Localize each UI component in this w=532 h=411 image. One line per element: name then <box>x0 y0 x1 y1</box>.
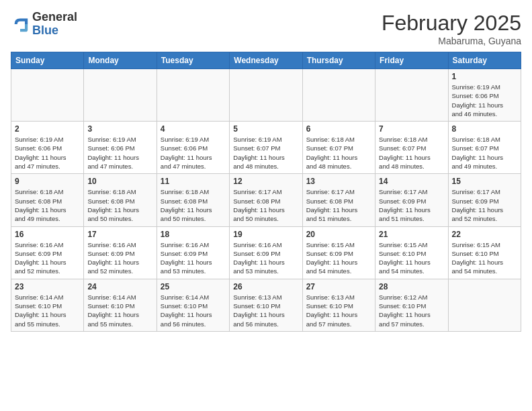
calendar-cell: 21Sunrise: 6:15 AM Sunset: 6:10 PM Dayli… <box>375 226 448 279</box>
day-number: 6 <box>306 124 371 134</box>
day-info: Sunrise: 6:18 AM Sunset: 6:08 PM Dayligh… <box>87 187 152 223</box>
day-number: 16 <box>15 230 80 239</box>
month-title: February 2025 <box>382 11 521 36</box>
header-day-sunday: Sunday <box>11 52 84 69</box>
day-info: Sunrise: 6:17 AM Sunset: 6:08 PM Dayligh… <box>233 187 298 223</box>
day-number: 14 <box>379 177 444 186</box>
day-info: Sunrise: 6:12 AM Sunset: 6:10 PM Dayligh… <box>379 293 444 328</box>
header-day-wednesday: Wednesday <box>230 52 302 69</box>
day-info: Sunrise: 6:19 AM Sunset: 6:07 PM Dayligh… <box>233 135 298 171</box>
day-number: 10 <box>87 177 152 186</box>
day-number: 4 <box>161 124 226 134</box>
calendar-cell <box>157 69 229 122</box>
day-number: 13 <box>306 177 371 186</box>
day-info: Sunrise: 6:19 AM Sunset: 6:06 PM Dayligh… <box>15 135 80 171</box>
day-info: Sunrise: 6:18 AM Sunset: 6:07 PM Dayligh… <box>306 135 371 171</box>
calendar-cell: 9Sunrise: 6:18 AM Sunset: 6:08 PM Daylig… <box>11 174 84 226</box>
day-number: 23 <box>15 282 80 291</box>
calendar-cell: 17Sunrise: 6:16 AM Sunset: 6:09 PM Dayli… <box>84 226 157 279</box>
day-info: Sunrise: 6:14 AM Sunset: 6:10 PM Dayligh… <box>87 293 152 328</box>
calendar-cell: 5Sunrise: 6:19 AM Sunset: 6:07 PM Daylig… <box>230 122 302 174</box>
day-number: 21 <box>379 230 444 239</box>
day-number: 24 <box>87 282 152 291</box>
day-number: 22 <box>452 230 517 239</box>
day-info: Sunrise: 6:13 AM Sunset: 6:10 PM Dayligh… <box>306 293 371 328</box>
day-info: Sunrise: 6:14 AM Sunset: 6:10 PM Dayligh… <box>161 293 226 328</box>
day-number: 1 <box>452 72 517 81</box>
calendar-cell <box>375 69 448 122</box>
day-info: Sunrise: 6:16 AM Sunset: 6:09 PM Dayligh… <box>161 240 226 276</box>
calendar-week-4: 16Sunrise: 6:16 AM Sunset: 6:09 PM Dayli… <box>11 226 521 279</box>
calendar-table: SundayMondayTuesdayWednesdayThursdayFrid… <box>11 52 521 332</box>
day-number: 28 <box>379 282 444 291</box>
calendar-cell: 14Sunrise: 6:17 AM Sunset: 6:09 PM Dayli… <box>375 174 448 226</box>
day-info: Sunrise: 6:19 AM Sunset: 6:06 PM Dayligh… <box>87 135 152 171</box>
calendar-cell: 16Sunrise: 6:16 AM Sunset: 6:09 PM Dayli… <box>11 226 84 279</box>
calendar-cell: 15Sunrise: 6:17 AM Sunset: 6:09 PM Dayli… <box>448 174 521 226</box>
day-info: Sunrise: 6:14 AM Sunset: 6:10 PM Dayligh… <box>15 293 80 328</box>
day-info: Sunrise: 6:18 AM Sunset: 6:08 PM Dayligh… <box>15 187 80 223</box>
calendar-cell: 10Sunrise: 6:18 AM Sunset: 6:08 PM Dayli… <box>84 174 157 226</box>
calendar-cell: 1Sunrise: 6:19 AM Sunset: 6:06 PM Daylig… <box>448 69 521 122</box>
day-number: 8 <box>452 124 517 134</box>
day-number: 19 <box>233 230 298 239</box>
calendar-cell <box>11 69 84 122</box>
calendar-cell <box>302 69 375 122</box>
calendar-cell: 3Sunrise: 6:19 AM Sunset: 6:06 PM Daylig… <box>84 122 157 174</box>
day-info: Sunrise: 6:16 AM Sunset: 6:09 PM Dayligh… <box>87 240 152 276</box>
day-number: 9 <box>15 177 80 186</box>
calendar-cell: 8Sunrise: 6:18 AM Sunset: 6:07 PM Daylig… <box>448 122 521 174</box>
logo: General Blue <box>11 11 77 38</box>
day-info: Sunrise: 6:15 AM Sunset: 6:10 PM Dayligh… <box>452 240 517 276</box>
day-number: 5 <box>233 124 298 134</box>
day-info: Sunrise: 6:18 AM Sunset: 6:07 PM Dayligh… <box>379 135 444 171</box>
day-number: 7 <box>379 124 444 134</box>
day-number: 15 <box>452 177 517 186</box>
day-info: Sunrise: 6:15 AM Sunset: 6:09 PM Dayligh… <box>306 240 371 276</box>
calendar-week-3: 9Sunrise: 6:18 AM Sunset: 6:08 PM Daylig… <box>11 174 521 226</box>
calendar-cell: 13Sunrise: 6:17 AM Sunset: 6:08 PM Dayli… <box>302 174 375 226</box>
day-number: 17 <box>87 230 152 239</box>
header-day-thursday: Thursday <box>302 52 375 69</box>
calendar-cell: 18Sunrise: 6:16 AM Sunset: 6:09 PM Dayli… <box>157 226 229 279</box>
calendar-cell: 2Sunrise: 6:19 AM Sunset: 6:06 PM Daylig… <box>11 122 84 174</box>
day-info: Sunrise: 6:18 AM Sunset: 6:07 PM Dayligh… <box>452 135 517 171</box>
logo-icon <box>11 15 30 34</box>
calendar-cell: 22Sunrise: 6:15 AM Sunset: 6:10 PM Dayli… <box>448 226 521 279</box>
day-info: Sunrise: 6:17 AM Sunset: 6:08 PM Dayligh… <box>306 187 371 223</box>
calendar-cell: 28Sunrise: 6:12 AM Sunset: 6:10 PM Dayli… <box>375 279 448 331</box>
day-number: 27 <box>306 282 371 291</box>
calendar-week-5: 23Sunrise: 6:14 AM Sunset: 6:10 PM Dayli… <box>11 279 521 331</box>
calendar-cell <box>448 279 521 331</box>
calendar-cell: 6Sunrise: 6:18 AM Sunset: 6:07 PM Daylig… <box>302 122 375 174</box>
header-day-friday: Friday <box>375 52 448 69</box>
calendar-week-2: 2Sunrise: 6:19 AM Sunset: 6:06 PM Daylig… <box>11 122 521 174</box>
calendar-body: 1Sunrise: 6:19 AM Sunset: 6:06 PM Daylig… <box>11 69 521 332</box>
header-day-saturday: Saturday <box>448 52 521 69</box>
calendar-cell <box>230 69 302 122</box>
day-number: 26 <box>233 282 298 291</box>
calendar-cell: 24Sunrise: 6:14 AM Sunset: 6:10 PM Dayli… <box>84 279 157 331</box>
day-info: Sunrise: 6:19 AM Sunset: 6:06 PM Dayligh… <box>452 83 517 118</box>
header-row: SundayMondayTuesdayWednesdayThursdayFrid… <box>11 52 521 69</box>
page-header: General Blue February 2025 Mabaruma, Guy… <box>11 11 521 46</box>
day-info: Sunrise: 6:17 AM Sunset: 6:09 PM Dayligh… <box>379 187 444 223</box>
day-number: 12 <box>233 177 298 186</box>
logo-general-text: General <box>32 11 77 24</box>
calendar-cell: 12Sunrise: 6:17 AM Sunset: 6:08 PM Dayli… <box>230 174 302 226</box>
calendar-cell: 11Sunrise: 6:18 AM Sunset: 6:08 PM Dayli… <box>157 174 229 226</box>
day-number: 25 <box>161 282 226 291</box>
title-block: February 2025 Mabaruma, Guyana <box>382 11 521 46</box>
day-number: 18 <box>161 230 226 239</box>
calendar-cell: 23Sunrise: 6:14 AM Sunset: 6:10 PM Dayli… <box>11 279 84 331</box>
calendar-cell: 7Sunrise: 6:18 AM Sunset: 6:07 PM Daylig… <box>375 122 448 174</box>
calendar-cell <box>84 69 157 122</box>
day-info: Sunrise: 6:17 AM Sunset: 6:09 PM Dayligh… <box>452 187 517 223</box>
calendar-cell: 25Sunrise: 6:14 AM Sunset: 6:10 PM Dayli… <box>157 279 229 331</box>
logo-blue-text: Blue <box>32 24 77 38</box>
calendar-cell: 27Sunrise: 6:13 AM Sunset: 6:10 PM Dayli… <box>302 279 375 331</box>
calendar-cell: 4Sunrise: 6:19 AM Sunset: 6:06 PM Daylig… <box>157 122 229 174</box>
calendar-cell: 26Sunrise: 6:13 AM Sunset: 6:10 PM Dayli… <box>230 279 302 331</box>
calendar-week-1: 1Sunrise: 6:19 AM Sunset: 6:06 PM Daylig… <box>11 69 521 122</box>
day-number: 20 <box>306 230 371 239</box>
